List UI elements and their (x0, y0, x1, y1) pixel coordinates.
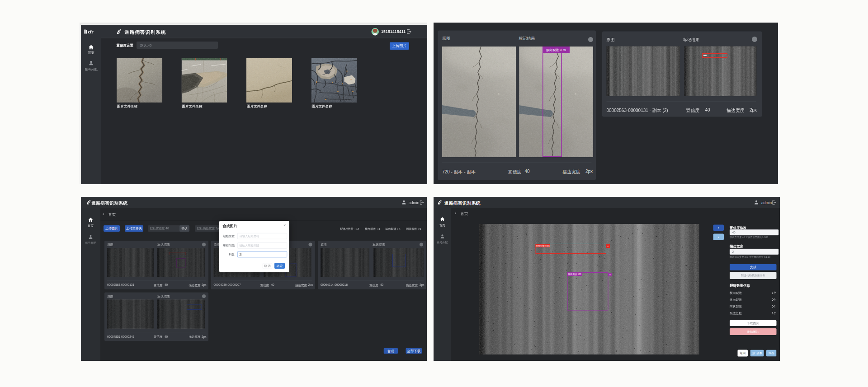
svg-text:cfr: cfr (88, 29, 94, 34)
